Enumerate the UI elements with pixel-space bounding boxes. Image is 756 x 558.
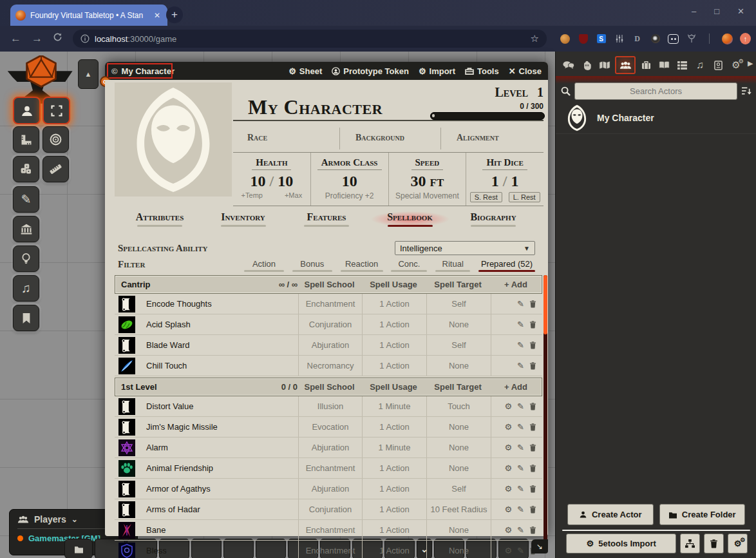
delete-all-button[interactable] xyxy=(704,534,724,553)
notes-tool[interactable] xyxy=(13,305,39,331)
spell-settings-icon[interactable]: ⚙ xyxy=(504,525,512,535)
create-actor-button[interactable]: Create Actor xyxy=(567,504,654,525)
sidebar-collapse-icon[interactable]: ▶ xyxy=(748,59,753,68)
hp-max[interactable]: 10 xyxy=(278,173,293,189)
background-field[interactable]: Background xyxy=(341,125,439,152)
character-portrait[interactable] xyxy=(115,82,232,197)
close-sheet-button[interactable]: ✕Close xyxy=(509,66,542,76)
walls-tool[interactable] xyxy=(13,216,39,242)
site-info-icon[interactable] xyxy=(80,34,90,43)
delete-spell-icon[interactable] xyxy=(529,402,536,410)
filter-ritual[interactable]: Ritual xyxy=(435,259,470,272)
edit-spell-icon[interactable]: ✎ xyxy=(517,422,524,432)
claw-extension-icon[interactable] xyxy=(686,34,697,44)
reload-button[interactable] xyxy=(53,32,62,45)
armor-class-stat[interactable]: Armor Class 10 Proficiency +2 xyxy=(310,153,388,206)
level-value[interactable]: 1 xyxy=(537,85,543,99)
collapse-toolbar-button[interactable]: ▲ xyxy=(78,59,99,89)
spell-row-jims-magic-missile[interactable]: Jim's Magic Missile Evocation 1 Action N… xyxy=(115,417,542,438)
delete-spell-icon[interactable] xyxy=(529,505,536,514)
browser-tab[interactable]: Foundry Virtual Tabletop • A Stan ✕ xyxy=(10,5,167,26)
delete-spell-icon[interactable] xyxy=(529,341,536,349)
tab-items[interactable] xyxy=(638,57,654,73)
url-bar[interactable]: localhost:30000/game ☆ xyxy=(73,30,547,48)
create-folder-button[interactable]: Create Folder xyxy=(659,504,746,525)
edit-spell-icon[interactable]: ✎ xyxy=(517,525,524,535)
forward-button[interactable]: → xyxy=(32,32,43,45)
tweaks-extension-icon[interactable] xyxy=(614,34,625,44)
window-resize-handle[interactable]: ↘ xyxy=(531,539,548,553)
spell-list-scrollbar[interactable] xyxy=(543,275,547,552)
window-minimize-button[interactable]: – xyxy=(692,6,696,16)
folder-tree-button[interactable] xyxy=(680,534,700,553)
edit-spell-icon[interactable]: ✎ xyxy=(517,546,524,555)
tab-combat[interactable] xyxy=(579,57,594,73)
spell-row-arms-of-hadar[interactable]: Arms of Hadar Conjuration 1 Action 10 Fe… xyxy=(115,499,542,520)
spell-row-animal-friendship[interactable]: Animal Friendship Enchantment 1 Action N… xyxy=(115,458,542,479)
spell-row-encode-thoughts[interactable]: Encode Thoughts Enchantment 1 Action Sel… xyxy=(115,294,542,314)
spell-slots[interactable]: 0 / 0 xyxy=(256,382,298,392)
delete-spell-icon[interactable] xyxy=(529,361,536,370)
spell-settings-icon[interactable]: ⚙ xyxy=(504,422,512,432)
spell-settings-icon[interactable]: ⚙ xyxy=(504,505,512,514)
short-rest-button[interactable]: S. Rest xyxy=(470,192,502,202)
alignment-field[interactable]: Alignment xyxy=(442,125,543,152)
health-stat[interactable]: Health 10/10 +Temp+Max xyxy=(233,153,310,206)
delete-spell-icon[interactable] xyxy=(529,423,536,431)
tab-inventory[interactable]: Inventory xyxy=(204,211,283,227)
delete-spell-icon[interactable] xyxy=(529,443,536,452)
temp-hp-label[interactable]: +Temp xyxy=(241,191,263,199)
update-browser-button[interactable]: ↑ xyxy=(740,34,751,44)
add-spell-button[interactable]: + Add xyxy=(490,280,542,289)
back-button[interactable]: ← xyxy=(10,32,21,45)
spell-slots[interactable]: ∞ / ∞ xyxy=(256,280,298,289)
special-movement-label[interactable]: Special Movement xyxy=(389,191,466,200)
tab-rollable-tables[interactable] xyxy=(674,57,690,73)
tab-biography[interactable]: Biography xyxy=(454,211,533,227)
import-button[interactable]: ⚙Import xyxy=(419,66,455,76)
spell-row-blade-ward[interactable]: Blade Ward Abjuration 1 Action Self ✎ xyxy=(115,335,542,356)
character-name[interactable]: My Character xyxy=(248,95,383,119)
camera-extension-icon[interactable] xyxy=(650,34,661,44)
tab-attributes[interactable]: Attributes xyxy=(120,211,199,227)
settings-gears-button[interactable]: ⚙⚙ xyxy=(728,534,748,553)
delete-spell-icon[interactable] xyxy=(529,300,536,308)
darkmode-extension-icon[interactable] xyxy=(668,34,679,44)
profile-avatar[interactable] xyxy=(722,34,733,44)
lighting-tool[interactable] xyxy=(13,245,39,272)
filter-prepared[interactable]: Prepared (52) xyxy=(478,259,535,272)
hd-max[interactable]: 1 xyxy=(511,173,518,189)
edit-spell-icon[interactable]: ✎ xyxy=(517,484,524,494)
speed-value[interactable]: 30 ft xyxy=(411,173,444,189)
tab-spellbook[interactable]: Spellbook xyxy=(371,211,449,227)
edit-spell-icon[interactable]: ✎ xyxy=(517,299,524,309)
spell-row-bane[interactable]: Bane Enchantment 1 Action None ⚙✎ xyxy=(115,520,542,541)
bookmark-star-icon[interactable]: ☆ xyxy=(531,33,539,44)
spell-row-bless[interactable]: Bless Enchantment 1 Action None ⚙✎ xyxy=(115,541,542,558)
search-actors-input[interactable] xyxy=(574,82,737,100)
edit-spell-icon[interactable]: ✎ xyxy=(517,505,524,514)
sheet-config-button[interactable]: ⚙Sheet xyxy=(288,66,322,76)
spell-row-distort-value[interactable]: Distort Value Illusion 1 Minute Touch ⚙✎ xyxy=(115,396,542,417)
folder-sort-icon[interactable] xyxy=(741,86,751,95)
spell-row-acid-splash[interactable]: Acid Splash Conjuration 1 Action None ✎ xyxy=(115,314,542,335)
speed-stat[interactable]: Speed 30 ft Special Movement xyxy=(388,153,466,206)
spell-settings-icon[interactable]: ⚙ xyxy=(504,401,512,411)
spellcasting-ability-select[interactable]: Intelligence ▼ xyxy=(395,241,535,255)
add-spell-button[interactable]: + Add xyxy=(490,382,542,392)
race-field[interactable]: Race xyxy=(233,125,339,152)
tab-scenes[interactable] xyxy=(597,57,612,73)
spell-settings-icon[interactable]: ⚙ xyxy=(504,546,512,555)
tab-playlists[interactable]: ♫ xyxy=(692,57,708,73)
d-extension-icon[interactable]: D xyxy=(632,34,643,44)
xp-text[interactable]: 0 / 300 xyxy=(430,102,543,111)
window-maximize-button[interactable]: □ xyxy=(714,6,719,16)
ruler-square-tool[interactable] xyxy=(13,126,39,153)
delete-spell-icon[interactable] xyxy=(529,464,536,472)
sheet-titlebar[interactable]: © My Character ⚙Sheet Prototype Token ⚙I… xyxy=(105,62,548,80)
long-rest-button[interactable]: L. Rest xyxy=(509,192,540,202)
spell-row-chill-touch[interactable]: Chill Touch Necromancy 1 Action None ✎ xyxy=(115,356,542,376)
macro-folder-button[interactable] xyxy=(64,539,93,558)
select-targets-tool[interactable] xyxy=(43,97,70,124)
filter-action[interactable]: Action xyxy=(244,259,284,272)
